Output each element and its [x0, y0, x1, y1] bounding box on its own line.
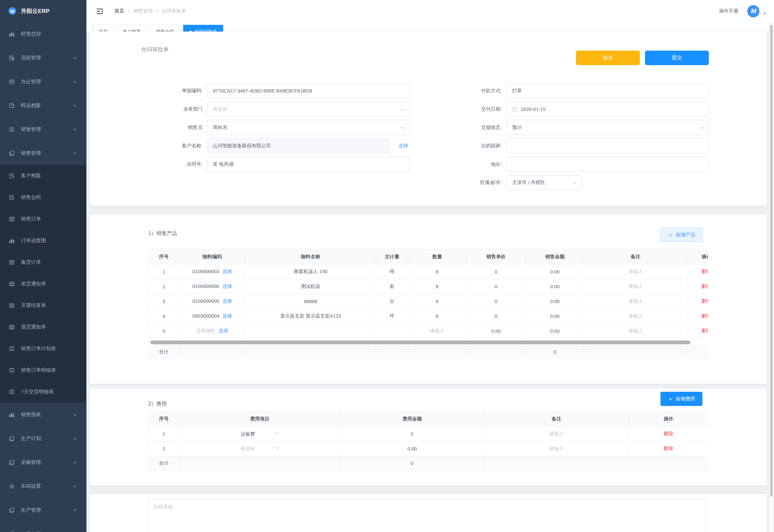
sidebar-item-销售订单计划表[interactable]: 销售订单计划表: [0, 338, 86, 360]
sidebar-item-备货订单[interactable]: 备货订单: [0, 251, 86, 273]
customer-name-select-link[interactable]: 选择: [399, 143, 408, 149]
sidebar-item-开票结算单[interactable]: 开票结算单: [0, 295, 86, 316]
sidebar-item-label: 退货通知单: [21, 324, 46, 330]
cell-remark[interactable]: 请输入: [584, 279, 687, 294]
column-header: 备注: [484, 411, 629, 427]
sidebar-item-生产管理[interactable]: 生产管理: [0, 498, 86, 522]
delete-link[interactable]: 删除: [664, 431, 673, 436]
choose-material-link[interactable]: 选择: [223, 313, 232, 319]
doc-code-field[interactable]: [207, 83, 410, 98]
add-product-button[interactable]: ＋ 新增产品: [660, 228, 702, 242]
sidebar-item-label: 销售管理: [21, 150, 41, 157]
delivery-date-label: 交付日期:: [408, 106, 507, 112]
add-fee-button[interactable]: ＋ 新增费用: [660, 392, 702, 406]
sidebar-item-销售订单明细表[interactable]: 销售订单明细表: [0, 360, 86, 381]
sidebar-item-7天交货明细表[interactable]: 7天交货明细表: [0, 381, 86, 403]
column-header: 费用金额: [341, 411, 484, 427]
delete-link[interactable]: 删除: [664, 446, 673, 451]
breadcrumb-home[interactable]: 首页: [114, 8, 124, 14]
sidebar-item-销售报表[interactable]: 销售报表: [0, 403, 86, 427]
sidebar-item-销售管理[interactable]: 销售管理: [0, 141, 86, 165]
sidebar-item-料品档案[interactable]: 料品档案: [0, 94, 86, 117]
chevron-down-icon: [700, 125, 704, 131]
choose-material-link[interactable]: 选择: [223, 283, 232, 289]
cell-remark[interactable]: 请输入: [584, 309, 687, 324]
cell-qty[interactable]: 8: [408, 294, 466, 309]
dest-country-field[interactable]: [507, 138, 709, 153]
delivery-status-select[interactable]: 预计: [507, 120, 709, 135]
choose-material-link[interactable]: 选择: [223, 298, 232, 304]
collapse-sidebar-icon[interactable]: [96, 8, 104, 15]
cell-price[interactable]: 0.00: [466, 324, 526, 339]
delete-link[interactable]: 删除: [702, 328, 708, 333]
tab-客户档案[interactable]: 客户档案: [117, 25, 147, 32]
pages-icon: [8, 435, 15, 442]
cell-qty[interactable]: 8: [408, 279, 466, 294]
sidebar-item-流程管理[interactable]: 流程管理: [0, 46, 86, 70]
total-label-cell: 合计: [149, 346, 179, 358]
choose-material-link[interactable]: 选择: [219, 328, 228, 333]
sidebar-item-销售合同[interactable]: 销售合同: [0, 187, 86, 208]
cell-qty[interactable]: 请输入: [408, 324, 466, 339]
province-city-select[interactable]: 天津市 / 市辖区: [507, 175, 581, 190]
header-right: 操作手册 M ▾: [719, 5, 766, 17]
delivery-date-field[interactable]: 2026-01-15: [507, 102, 709, 116]
remark-placeholder: 请输入: [628, 298, 643, 304]
sidebar-item-经营总控[interactable]: 经营总控: [0, 22, 86, 46]
save-button[interactable]: 保存: [576, 51, 640, 65]
payment-method-field[interactable]: [507, 83, 709, 98]
delete-link[interactable]: 删除: [702, 269, 708, 274]
cell-price[interactable]: 0: [466, 309, 526, 324]
sidebar-item-办公管理[interactable]: 办公管理: [0, 70, 86, 94]
sidebar-item-销售订单[interactable]: 销售订单: [0, 208, 86, 230]
column-header: 数量: [408, 249, 466, 264]
delete-link[interactable]: 删除: [702, 298, 708, 304]
cell-no: 2: [149, 441, 179, 456]
cell-price[interactable]: 0: [466, 279, 526, 294]
business-dept-select[interactable]: 请选择: [207, 102, 410, 116]
cell-price[interactable]: 0: [466, 294, 526, 309]
cell-fee-amount[interactable]: 0: [341, 427, 484, 441]
cell-fee-item[interactable]: 运输费: [179, 427, 341, 441]
sidebar-item-研发管理[interactable]: 研发管理: [0, 117, 86, 141]
cell-op: 删除: [687, 294, 708, 309]
material-code: 选择物料: [196, 328, 215, 333]
flowdoc-icon: [8, 54, 15, 61]
sidebar-item-生产计划[interactable]: 生产计划: [0, 427, 86, 450]
delete-link[interactable]: 删除: [702, 313, 708, 319]
cell-price[interactable]: 0: [466, 264, 526, 279]
manual-link[interactable]: 操作手册: [719, 8, 738, 14]
tab-销售合同[interactable]: 销售合同: [150, 25, 180, 32]
sidebar-item-退货通知单[interactable]: 退货通知单: [0, 316, 86, 338]
sidebar-item-车间设置[interactable]: 车间设置: [0, 474, 86, 498]
address-field[interactable]: [507, 157, 709, 172]
salesperson-label: 销售员: [115, 124, 207, 131]
tab-首页[interactable]: 首页: [93, 25, 114, 32]
breadcrumb-sales[interactable]: 销售管理: [133, 8, 153, 14]
tab-合同审批单[interactable]: 合同审批单: [183, 25, 223, 32]
cell-remark[interactable]: 请输入: [484, 427, 629, 441]
sidebar-item-加工车间[interactable]: 加工车间: [0, 522, 86, 532]
submit-button[interactable]: 提交: [645, 51, 709, 65]
user-avatar[interactable]: M: [747, 5, 759, 17]
contract-no-field[interactable]: [207, 157, 410, 172]
sidebar-item-客户档案[interactable]: 客户档案: [0, 165, 86, 187]
cell-fee-amount[interactable]: 0.00: [341, 441, 484, 456]
window-vscrollbar-thumb[interactable]: [770, 25, 773, 497]
cell-qty[interactable]: 8: [408, 309, 466, 324]
cell-remark[interactable]: 请输入: [484, 441, 629, 456]
cell-remark[interactable]: 请输入: [584, 324, 687, 339]
cell-remark[interactable]: 请输入: [584, 264, 687, 279]
delete-link[interactable]: 删除: [702, 283, 708, 289]
contract-terms-textarea[interactable]: [148, 499, 706, 532]
products-hscrollbar-thumb[interactable]: [150, 340, 690, 344]
sidebar-item-订单进度图[interactable]: 订单进度图: [0, 230, 86, 251]
cell-fee-item[interactable]: 请选择: [179, 441, 341, 456]
sidebar-item-采购管理[interactable]: 采购管理: [0, 450, 86, 474]
user-menu-caret-icon[interactable]: ▾: [763, 11, 766, 16]
choose-material-link[interactable]: 选择: [223, 269, 232, 274]
sidebar-item-发货通知单[interactable]: 发货通知单: [0, 273, 86, 295]
salesperson-select[interactable]: 周桂东: [207, 120, 410, 135]
cell-qty[interactable]: 8: [408, 264, 466, 279]
cell-remark[interactable]: 请输入: [584, 294, 687, 309]
